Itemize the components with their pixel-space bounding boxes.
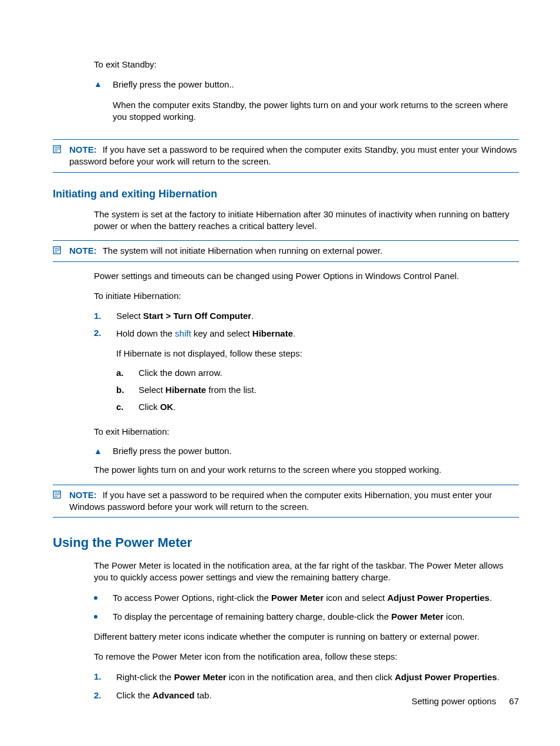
note-label: NOTE:: [69, 145, 97, 154]
note-icon: [53, 245, 63, 257]
note-text: If you have set a password to be require…: [69, 490, 492, 512]
note-text: If you have set a password to be require…: [69, 145, 517, 166]
list-number: 1.: [94, 671, 104, 683]
text: .: [497, 672, 500, 682]
bold-text: Power Meter: [174, 672, 226, 682]
text: icon in the notification area, and then …: [227, 672, 395, 682]
bullet-icon: [94, 611, 102, 623]
bold-text: Advanced: [153, 690, 195, 700]
paragraph: When the computer exits Standby, the pow…: [113, 99, 519, 123]
bold-text: Power Meter: [271, 593, 323, 603]
paragraph: The power lights turn on and your work r…: [94, 464, 519, 476]
document-page: To exit Standby: ▲ Briefly press the pow…: [0, 0, 560, 746]
sub-list-item: c. Click OK.: [116, 402, 519, 412]
bold-text: Adjust Power Properties: [394, 672, 497, 682]
text: To display the percentage of remaining b…: [113, 611, 391, 621]
text: .: [490, 593, 492, 603]
triangle-icon: ▲: [94, 446, 102, 456]
paragraph: Power settings and timeouts can be chang…: [94, 270, 519, 282]
list-number: 1.: [94, 311, 104, 321]
list-item: ▲ Briefly press the power button.. When …: [94, 79, 519, 131]
list-item: To display the percentage of remaining b…: [94, 611, 519, 623]
page-footer: Setting power options 67: [411, 696, 519, 706]
text: from the list.: [206, 385, 257, 395]
text: Click the down arrow.: [139, 368, 222, 378]
paragraph: To remove the Power Meter icon from the …: [94, 651, 519, 663]
list-item: 1. Right-click the Power Meter icon in t…: [94, 671, 519, 683]
list-number: 2.: [94, 328, 104, 419]
bold-text: Start > Turn Off Computer: [143, 311, 251, 321]
text: key and select: [191, 328, 252, 338]
text: .: [173, 402, 176, 412]
text: .: [293, 328, 295, 338]
bold-text: Hibernate: [252, 328, 293, 338]
section-heading: Initiating and exiting Hibernation: [53, 188, 519, 200]
paragraph: Different battery meter icons indicate w…: [94, 631, 519, 643]
text: Right-click the: [116, 672, 174, 682]
text: Select: [116, 311, 143, 321]
sub-list-item: b. Select Hibernate from the list.: [116, 385, 519, 395]
note-icon: [53, 489, 63, 502]
list-item-text: Briefly press the power button.: [113, 446, 519, 456]
bold-text: Hibernate: [166, 385, 206, 395]
note-callout: NOTE:If you have set a password to be re…: [53, 485, 519, 518]
paragraph: To exit Standby:: [94, 59, 519, 70]
bold-text: Adjust Power Properties: [387, 593, 490, 603]
text: tab.: [194, 690, 211, 700]
note-callout: NOTE:The system will not initiate Hibern…: [53, 240, 519, 262]
paragraph: The Power Meter is located in the notifi…: [94, 560, 519, 584]
text: .: [251, 311, 254, 321]
paragraph: To initiate Hibernation:: [94, 290, 519, 302]
sub-list-item: a. Click the down arrow.: [116, 368, 519, 378]
text: Hold down the: [116, 328, 175, 338]
paragraph: If Hibernate is not displayed, follow th…: [116, 348, 519, 359]
paragraph: The system is set at the factory to init…: [94, 209, 519, 233]
text: icon and select: [323, 593, 387, 603]
note-icon: [53, 144, 63, 156]
list-item: ▲ Briefly press the power button.: [94, 446, 519, 456]
list-item-text: Briefly press the power button..: [113, 79, 519, 90]
note-label: NOTE:: [69, 246, 97, 256]
note-label: NOTE:: [69, 490, 97, 500]
triangle-icon: ▲: [94, 79, 102, 131]
list-letter: b.: [116, 385, 127, 395]
list-item: 1. Select Start > Turn Off Computer.: [94, 311, 519, 321]
text: Click: [139, 402, 160, 412]
note-text: The system will not initiate Hibernation…: [103, 246, 383, 256]
text: Select: [139, 385, 166, 395]
list-item: To access Power Options, right-click the…: [94, 592, 519, 604]
bold-text: Power Meter: [391, 611, 443, 621]
list-number: 2.: [94, 690, 104, 700]
page-number: 67: [509, 696, 519, 706]
bold-text: OK: [160, 402, 174, 412]
key-name: shift: [175, 328, 191, 338]
text: To access Power Options, right-click the: [113, 593, 271, 603]
list-letter: a.: [116, 368, 127, 378]
text: Click the: [116, 690, 153, 700]
text: icon.: [444, 611, 465, 621]
footer-section: Setting power options: [411, 696, 496, 706]
list-letter: c.: [116, 402, 127, 412]
section-heading: Using the Power Meter: [53, 535, 519, 550]
bullet-icon: [94, 592, 102, 604]
note-callout: NOTE:If you have set a password to be re…: [53, 139, 519, 173]
paragraph: To exit Hibernation:: [94, 426, 519, 438]
list-item: 2. Hold down the shift key and select Hi…: [94, 328, 519, 419]
